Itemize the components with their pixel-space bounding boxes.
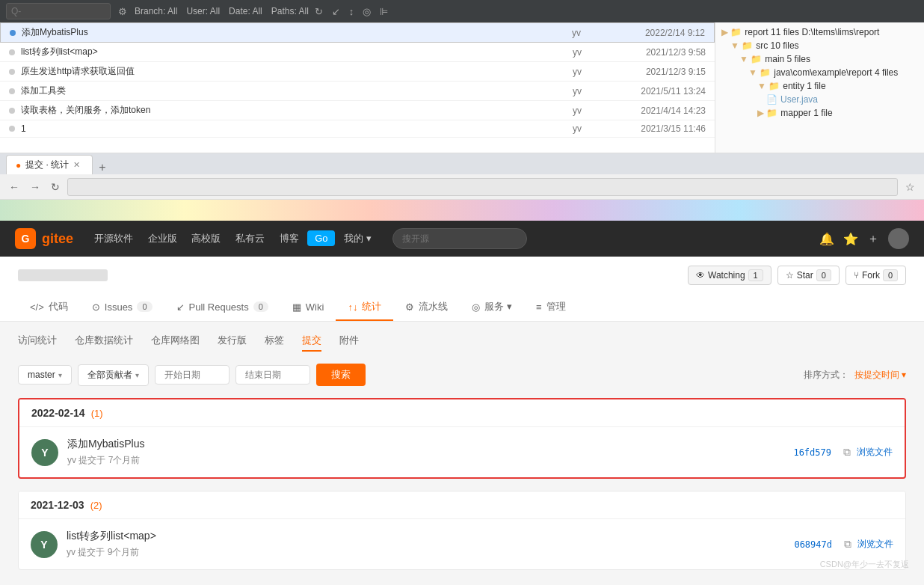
nav-university[interactable]: 高校版 xyxy=(185,230,227,247)
ide-arrow-left-icon[interactable]: ↙ xyxy=(329,4,343,19)
branch-label[interactable]: Branch: All xyxy=(135,6,177,16)
ide-commits-list: 添加MybatisPlus yv 2022/2/14 9:12 list转多列l… xyxy=(0,22,715,153)
bell-icon[interactable]: 🔔 xyxy=(819,232,834,246)
ide-commit-row[interactable]: 添加工具类 yv 2021/5/11 13:24 xyxy=(0,82,715,101)
tab-pull-requests[interactable]: ↙ Pull Requests 0 xyxy=(164,294,280,321)
tab-issues[interactable]: ⊙ Issues 0 xyxy=(80,294,164,321)
subnav-tags[interactable]: 标签 xyxy=(265,334,284,352)
tab-code[interactable]: </> 代码 xyxy=(18,294,80,321)
paths-label[interactable]: Paths: All xyxy=(271,6,309,16)
start-date-input[interactable] xyxy=(155,365,230,385)
pipeline-icon: ⚙ xyxy=(405,301,414,313)
plus-icon[interactable]: ＋ xyxy=(867,231,879,247)
ide-settings-icon[interactable]: ⚙ xyxy=(115,4,130,19)
repo-header: 👁 Watching 1 ☆ Star 0 ⑂ Fork 0 </> 代码 ⊙ … xyxy=(0,257,924,322)
back-button[interactable]: ← xyxy=(6,180,22,195)
commit-hash[interactable]: 16fd579 xyxy=(793,447,831,458)
nav-private-cloud[interactable]: 私有云 xyxy=(230,230,271,247)
subnav-attachments[interactable]: 附件 xyxy=(339,334,359,352)
bookmark-icon[interactable]: ☆ xyxy=(902,180,918,195)
commit-hash[interactable]: 068947d xyxy=(794,539,832,550)
subnav-network[interactable]: 仓库网络图 xyxy=(151,334,200,352)
copy-icon[interactable]: ⧉ xyxy=(844,538,851,551)
ide-filter-icon[interactable]: ⊫ xyxy=(377,4,391,19)
watching-label: Watching xyxy=(708,270,745,281)
tree-item-src[interactable]: ▼ 📁 src 10 files xyxy=(721,39,918,52)
nav-mine[interactable]: 我的 ▾ xyxy=(338,230,378,247)
commit-title[interactable]: list转多列list<map> xyxy=(67,530,785,543)
tree-item-userjava[interactable]: 📄 User.java xyxy=(721,93,918,106)
commit-date: 2021/3/15 11:46 xyxy=(609,123,706,134)
contributor-filter[interactable]: 全部贡献者 ▾ xyxy=(78,364,149,386)
tab-services[interactable]: ◎ 服务 ▾ xyxy=(460,294,524,321)
fork-button[interactable]: ⑂ Fork 0 xyxy=(846,266,906,285)
tree-item-entity[interactable]: ▼ 📁 entity 1 file xyxy=(721,79,918,93)
subnav-release[interactable]: 发行版 xyxy=(218,334,247,352)
fork-count: 0 xyxy=(883,269,898,281)
pr-badge: 0 xyxy=(253,301,268,312)
subnav-data[interactable]: 仓库数据统计 xyxy=(75,334,133,352)
nav-enterprise[interactable]: 企业版 xyxy=(142,230,183,247)
end-date-input[interactable] xyxy=(235,365,310,385)
commit-dot xyxy=(9,126,15,132)
ide-commit-row[interactable]: 原生发送http请求获取返回值 yv 2021/12/3 9:15 xyxy=(0,62,715,82)
user-avatar[interactable] xyxy=(888,228,909,249)
tree-item-mapper[interactable]: ▶ 📁 mapper 1 file xyxy=(721,106,918,120)
commit-item: Y 添加MybatisPlus yv 提交于 7个月前 16fd579 ⧉ 浏览… xyxy=(19,427,905,477)
subnav-commits[interactable]: 提交 xyxy=(302,334,321,352)
date-label[interactable]: Date: All xyxy=(229,6,262,16)
tab-title: 提交 · 统计 xyxy=(25,159,69,171)
search-button[interactable]: 搜索 xyxy=(316,364,366,386)
gitee-header-actions: 🔔 ⭐ ＋ xyxy=(819,228,909,249)
user-label[interactable]: User: All xyxy=(186,6,220,16)
tree-item-java[interactable]: ▼ 📁 java\com\example\report 4 files xyxy=(721,66,918,79)
tab-label: Issues xyxy=(105,301,133,313)
star-count: 0 xyxy=(816,269,831,281)
browser-tab-active[interactable]: ● 提交 · 统计 ✕ xyxy=(6,155,93,174)
ide-refresh-icon[interactable]: ↻ xyxy=(312,4,326,19)
star-header-icon[interactable]: ⭐ xyxy=(843,232,858,246)
tree-item-report[interactable]: ▶ 📁 report 11 files D:\Items\lims\report xyxy=(721,25,918,39)
refresh-button[interactable]: ↻ xyxy=(48,180,63,195)
commit-item: Y list转多列list<map> yv 提交于 9个月前 068947d ⧉… xyxy=(19,519,905,569)
commit-message: 1 xyxy=(21,123,567,134)
sort-dropdown[interactable]: 按提交时间 ▾ xyxy=(854,369,906,382)
watching-button[interactable]: 👁 Watching 1 xyxy=(688,266,771,285)
star-button[interactable]: ☆ Star 0 xyxy=(777,266,840,285)
commit-title[interactable]: 添加MybatisPlus xyxy=(67,438,784,451)
contributor-filter-label: 全部贡献者 xyxy=(87,369,132,382)
ide-search-input[interactable] xyxy=(6,3,111,19)
url-bar[interactable] xyxy=(67,178,898,196)
tab-wiki[interactable]: ▦ Wiki xyxy=(280,294,336,321)
subnav-visit[interactable]: 访问统计 xyxy=(18,334,57,352)
commit-dot xyxy=(9,108,15,114)
close-tab-icon[interactable]: ✕ xyxy=(73,160,80,170)
ide-commit-row[interactable]: 1 yv 2021/3/15 11:46 xyxy=(0,120,715,138)
nav-open-source[interactable]: 开源软件 xyxy=(88,230,139,247)
commit-actions: 068947d ⧉ 浏览文件 xyxy=(794,538,893,551)
nav-blog[interactable]: 博客 xyxy=(274,230,305,247)
tab-stats[interactable]: ↑↓ 统计 xyxy=(336,294,393,321)
browse-files-link[interactable]: 浏览文件 xyxy=(857,446,893,459)
tree-item-main[interactable]: ▼ 📁 main 5 files xyxy=(721,52,918,66)
commit-group-count: (2) xyxy=(90,500,102,511)
copy-icon[interactable]: ⧉ xyxy=(843,446,851,459)
gitee-search-input[interactable] xyxy=(392,228,527,249)
ide-eye-icon[interactable]: ◎ xyxy=(360,4,374,19)
nav-go[interactable]: Go xyxy=(307,230,335,246)
ide-sort-icon[interactable]: ↕ xyxy=(346,4,357,19)
ide-commit-row[interactable]: 读取表格，关闭服务，添加token yv 2021/4/14 14:23 xyxy=(0,101,715,120)
branch-filter-label: master xyxy=(28,370,55,380)
forward-button[interactable]: → xyxy=(27,180,43,195)
browse-files-link[interactable]: 浏览文件 xyxy=(857,538,893,551)
stats-icon: ↑↓ xyxy=(348,301,357,313)
new-tab-button[interactable]: + xyxy=(94,161,110,174)
ide-commit-row[interactable]: list转多列list<map> yv 2021/12/3 9:58 xyxy=(0,43,715,62)
gitee-logo[interactable]: G gitee xyxy=(15,228,73,249)
tab-manage[interactable]: ≡ 管理 xyxy=(524,294,578,321)
browser-tab-bar: ● 提交 · 统计 ✕ + xyxy=(0,153,924,174)
ide-commit-row[interactable]: 添加MybatisPlus yv 2022/2/14 9:12 xyxy=(0,22,715,43)
file-icon: 📄 xyxy=(766,94,777,105)
branch-filter[interactable]: master ▾ xyxy=(18,365,72,385)
tab-pipeline[interactable]: ⚙ 流水线 xyxy=(393,294,460,321)
